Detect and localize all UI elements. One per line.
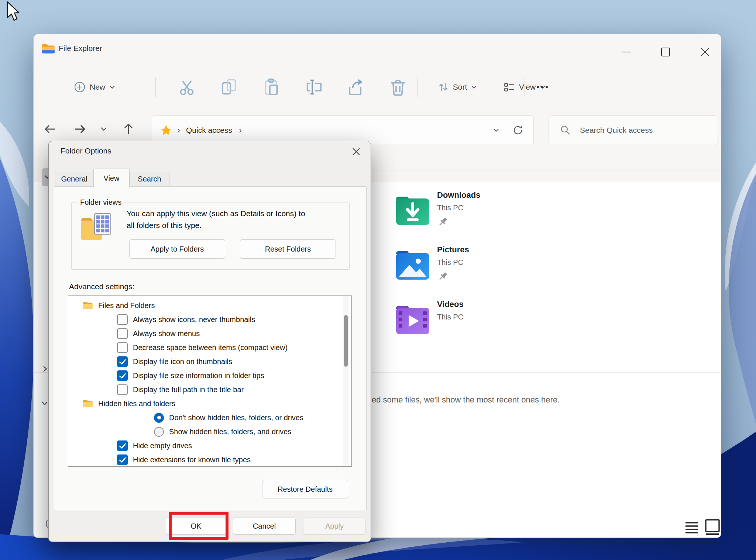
checkbox[interactable] [117,384,128,395]
folder-icon [83,400,93,408]
tile-name: Videos [437,300,464,309]
new-button-label: New [90,83,105,91]
checkbox[interactable] [117,440,128,451]
checkbox[interactable] [117,356,128,367]
list-scrollbar-thumb[interactable] [344,315,348,367]
copy-icon [220,78,238,96]
pictures-folder-icon [395,248,431,281]
folder-icon [83,301,93,310]
checkbox[interactable] [117,370,128,381]
breadcrumb-location[interactable]: Quick access [186,126,232,135]
folder-tile-videos[interactable]: Videos This PC [395,300,550,344]
rename-button[interactable] [305,78,323,96]
toolbar-separator [389,77,389,97]
forward-arrow-icon [71,120,89,138]
chevron-down-icon [471,85,477,89]
close-button[interactable] [696,44,714,60]
list-item-checkbox[interactable]: Display file icon on thumbnails [117,355,232,368]
delete-button[interactable] [389,78,407,96]
list-item-checkbox[interactable]: Always show icons, never thumbnails [117,313,255,326]
view-list-icon [504,81,515,93]
folder-views-description-line2: all folders of this type. [127,221,202,230]
rename-icon [305,78,323,96]
toolbar-separator-sort [417,77,418,97]
forward-button[interactable] [71,120,89,138]
folder-tile-pictures[interactable]: Pictures This PC [395,245,550,289]
radio-button[interactable] [154,427,164,437]
maximize-button[interactable] [657,44,674,60]
reset-folders-button[interactable]: Reset Folders [240,239,336,259]
back-button[interactable] [41,120,59,138]
tile-name: Pictures [437,245,469,255]
breadcrumb-chevron: › [239,125,242,135]
list-item-label: Always show menus [133,329,200,338]
more-ellipsis-icon [531,78,553,96]
cut-button[interactable] [178,78,196,96]
list-item-group[interactable]: Hidden files and folders [83,397,175,410]
dialog-title: Folder Options [61,146,111,155]
checkbox[interactable] [117,454,128,465]
apply-to-folders-button[interactable]: Apply to Folders [129,239,225,259]
maximize-icon [657,44,674,60]
list-item-label: Always show icons, never thumbnails [133,315,255,324]
reset-folders-label: Reset Folders [265,245,311,253]
close-icon [350,145,363,158]
search-box[interactable]: Search Quick access [549,115,718,145]
up-button[interactable] [119,120,138,138]
list-item-checkbox[interactable]: Decrease space between items (compact vi… [117,341,288,354]
list-item-checkbox[interactable]: Display file size information in folder … [117,369,264,382]
tab-search[interactable]: Search [130,171,169,187]
checkbox[interactable] [117,342,128,353]
list-item-label: Show hidden files, folders, and drives [169,428,291,436]
recent-locations-button[interactable] [97,122,110,135]
thumbnail-view-toggle[interactable] [704,518,721,536]
refresh-icon[interactable] [512,124,524,136]
list-item-checkbox[interactable]: Hide extensions for known file types [117,453,251,466]
status-fragment: ( [45,518,48,528]
recent-files-hint: ed some files, we'll show the most recen… [372,395,560,405]
chevron-down-icon [109,85,116,89]
list-view-icon [684,521,700,535]
cancel-button[interactable]: Cancel [233,518,296,535]
cut-icon [178,78,196,96]
toolbar-separator-more [525,77,525,97]
breadcrumb-chevron: › [177,125,180,135]
share-button[interactable] [347,78,365,96]
checkbox[interactable] [117,314,128,325]
sort-arrows-icon [437,81,449,93]
checkbox[interactable] [117,328,128,339]
mouse-cursor [4,1,23,22]
address-bar[interactable]: › Quick access › [152,115,534,145]
list-item-radio[interactable]: Show hidden files, folders, and drives [154,425,291,438]
minimize-button[interactable] [618,44,635,60]
more-button[interactable] [531,78,553,96]
folder-tile-downloads[interactable]: Downloads This PC [395,190,550,235]
list-item-checkbox[interactable]: Always show menus [117,327,200,340]
tab-general[interactable]: General [55,171,93,187]
toolbar-separator [155,77,156,97]
list-item-checkbox[interactable]: Hide empty drives [117,439,192,452]
list-item-radio[interactable]: Don't show hidden files, folders, or dri… [154,411,303,424]
new-button[interactable]: New [56,78,133,96]
tile-location: This PC [437,313,463,321]
quick-access-star-icon [160,124,172,136]
radio-button[interactable] [154,413,164,423]
list-item-group[interactable]: Files and Folders [83,299,155,312]
tab-label: General [61,175,87,183]
tab-view[interactable]: View [93,169,130,187]
details-view-toggle[interactable] [684,521,700,535]
advanced-settings-listbox: Files and Folders Always show icons, nev… [68,295,352,467]
paste-button[interactable] [262,78,281,96]
apply-button[interactable]: Apply [303,518,366,535]
tile-location: This PC [437,204,463,212]
copy-button[interactable] [220,78,238,96]
apply-to-folders-label: Apply to Folders [151,245,204,253]
restore-defaults-button[interactable]: Restore Defaults [262,480,348,498]
sort-button[interactable]: Sort [428,78,487,96]
list-item-label: Hide extensions for known file types [133,456,251,464]
list-item-checkbox[interactable]: Display the full path in the title bar [117,383,244,396]
address-dropdown-chevron-icon[interactable] [491,125,502,136]
dialog-close-button[interactable] [350,145,363,158]
delete-icon [389,78,407,96]
tab-label: View [104,174,120,183]
